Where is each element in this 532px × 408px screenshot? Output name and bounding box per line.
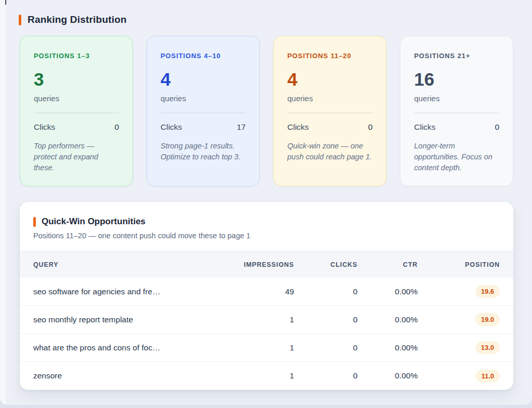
impressions-cell: 1 bbox=[216, 343, 294, 352]
left-edge-highlight bbox=[0, 0, 6, 405]
clicks-cell: 0 bbox=[294, 287, 357, 296]
card-unit: queries bbox=[161, 94, 246, 103]
position-cell: 13.0 bbox=[418, 341, 500, 354]
impressions-cell: 1 bbox=[216, 371, 294, 380]
position-badge: 13.0 bbox=[475, 341, 500, 354]
card-metric: Clicks 0 bbox=[414, 123, 499, 132]
card-note: Longer-term opportunities. Focus on cont… bbox=[414, 141, 499, 173]
quick-win-title-row: Quick-Win Opportunities bbox=[33, 216, 500, 227]
ranking-distribution-page: Ranking Distribution POSITIONS 1–3 3 que… bbox=[0, 0, 532, 405]
accent-bar bbox=[33, 217, 36, 227]
impressions-cell: 49 bbox=[216, 287, 294, 296]
position-cards: POSITIONS 1–3 3 queries Clicks 0 Top per… bbox=[20, 36, 513, 186]
section-header: Ranking Distribution bbox=[0, 0, 532, 25]
metric-value: 0 bbox=[114, 123, 119, 132]
divider bbox=[287, 113, 373, 113]
ctr-cell: 0.00% bbox=[357, 315, 418, 324]
column-header-ctr: CTR bbox=[357, 261, 418, 268]
column-header-query: QUERY bbox=[33, 261, 216, 268]
metric-label: Clicks bbox=[34, 123, 55, 132]
query-cell: seo monthly report template bbox=[33, 315, 216, 324]
ctr-cell: 0.00% bbox=[357, 371, 418, 380]
position-badge: 11.0 bbox=[475, 370, 500, 383]
card-note: Top performers — protect and expand thes… bbox=[34, 141, 119, 173]
ctr-cell: 0.00% bbox=[357, 287, 418, 296]
metric-label: Clicks bbox=[287, 123, 309, 132]
query-cell: zensore bbox=[33, 371, 216, 380]
card-value: 3 bbox=[34, 70, 119, 88]
table-header-row: QUERY IMPRESSIONS CLICKS CTR POSITION bbox=[20, 251, 513, 278]
card-unit: queries bbox=[414, 94, 499, 103]
card-value: 4 bbox=[161, 70, 246, 88]
divider bbox=[34, 113, 119, 113]
quick-win-header: Quick-Win Opportunities Positions 11–20 … bbox=[20, 202, 513, 251]
card-label: POSITIONS 11–20 bbox=[287, 52, 373, 60]
card-value: 16 bbox=[414, 70, 499, 88]
card-metric: Clicks 0 bbox=[287, 123, 373, 132]
card-unit: queries bbox=[287, 94, 373, 103]
column-header-impressions: IMPRESSIONS bbox=[216, 261, 294, 268]
table-row: seo monthly report template 1 0 0.00% 19… bbox=[20, 306, 513, 334]
ctr-cell: 0.00% bbox=[357, 343, 418, 352]
card-positions-11-20: POSITIONS 11–20 4 queries Clicks 0 Quick… bbox=[273, 36, 387, 186]
card-positions-1-3: POSITIONS 1–3 3 queries Clicks 0 Top per… bbox=[20, 36, 133, 186]
accent-bar bbox=[19, 15, 21, 25]
position-cell: 11.0 bbox=[418, 370, 500, 383]
divider bbox=[161, 113, 246, 113]
card-label: POSITIONS 21+ bbox=[414, 52, 499, 60]
position-cell: 19.6 bbox=[418, 285, 500, 298]
impressions-cell: 1 bbox=[216, 315, 294, 324]
position-cell: 19.0 bbox=[418, 313, 500, 326]
card-note: Strong page-1 results. Optimize to reach… bbox=[161, 141, 246, 162]
column-header-position: POSITION bbox=[418, 261, 500, 268]
card-label: POSITIONS 1–3 bbox=[34, 52, 119, 60]
clipped-element-artifact bbox=[5, 0, 6, 5]
card-metric: Clicks 17 bbox=[161, 123, 246, 132]
table-row: zensore 1 0 0.00% 11.0 bbox=[20, 362, 513, 390]
query-cell: seo software for agencies and fre… bbox=[33, 287, 216, 296]
clicks-cell: 0 bbox=[294, 371, 357, 380]
clicks-cell: 0 bbox=[294, 343, 357, 352]
table-row: what are the pros and cons of foc… 1 0 0… bbox=[20, 334, 513, 362]
metric-label: Clicks bbox=[161, 123, 182, 132]
position-badge: 19.6 bbox=[475, 285, 500, 298]
card-unit: queries bbox=[34, 94, 119, 103]
card-positions-4-10: POSITIONS 4–10 4 queries Clicks 17 Stron… bbox=[147, 36, 260, 186]
metric-value: 0 bbox=[368, 123, 373, 132]
metric-value: 17 bbox=[237, 123, 246, 132]
query-cell: what are the pros and cons of foc… bbox=[33, 343, 216, 352]
position-badge: 19.0 bbox=[475, 313, 500, 326]
card-positions-21-plus: POSITIONS 21+ 16 queries Clicks 0 Longer… bbox=[400, 36, 513, 186]
metric-value: 0 bbox=[495, 123, 499, 132]
quick-win-subtitle: Positions 11–20 — one content push could… bbox=[33, 232, 500, 240]
clicks-cell: 0 bbox=[294, 315, 357, 324]
card-note: Quick-win zone — one push could reach pa… bbox=[287, 141, 373, 162]
page-title: Ranking Distribution bbox=[28, 14, 127, 25]
card-metric: Clicks 0 bbox=[34, 123, 119, 132]
card-value: 4 bbox=[287, 70, 373, 88]
quick-win-section: Quick-Win Opportunities Positions 11–20 … bbox=[20, 202, 513, 390]
column-header-clicks: CLICKS bbox=[294, 261, 357, 268]
quick-win-title: Quick-Win Opportunities bbox=[42, 216, 145, 227]
table-row: seo software for agencies and fre… 49 0 … bbox=[20, 278, 513, 306]
card-label: POSITIONS 4–10 bbox=[161, 52, 246, 60]
metric-label: Clicks bbox=[414, 123, 435, 132]
divider bbox=[414, 113, 499, 113]
